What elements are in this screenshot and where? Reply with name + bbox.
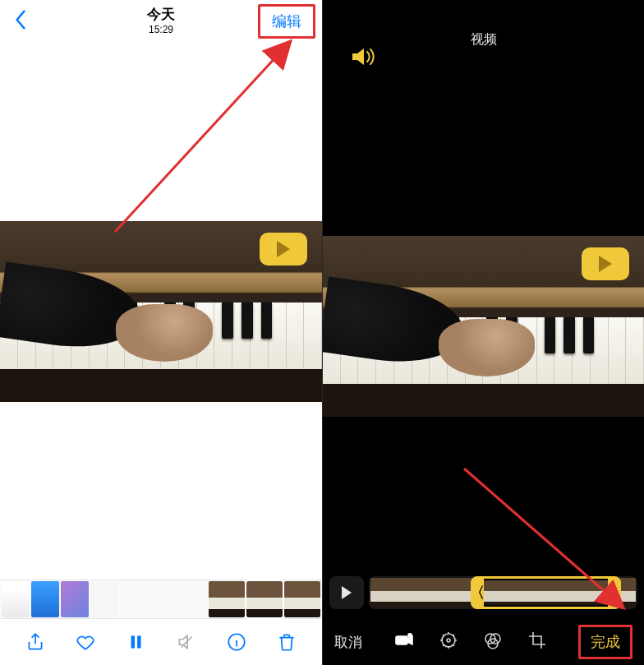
mute-icon[interactable] <box>175 630 198 653</box>
svg-rect-4 <box>396 636 407 644</box>
heart-icon[interactable] <box>74 630 97 653</box>
header-title-group: 今天 15:29 <box>147 5 175 35</box>
thumbnail-item[interactable] <box>31 581 59 617</box>
pause-icon[interactable] <box>124 630 147 653</box>
left-header: 今天 15:29 编辑 <box>0 0 322 43</box>
filters-icon[interactable] <box>483 630 503 653</box>
thumbnail-item[interactable] <box>209 581 245 617</box>
svg-rect-0 <box>131 635 135 648</box>
video-thumbnail-image <box>0 221 322 402</box>
thumbnail-item[interactable] <box>61 581 89 617</box>
video-play-badge-icon <box>582 247 629 280</box>
right-header-title: 视频 <box>471 31 497 48</box>
video-preview-edit[interactable] <box>323 236 644 417</box>
trim-timeline[interactable] <box>369 576 637 609</box>
volume-icon[interactable] <box>351 46 375 71</box>
svg-point-7 <box>447 639 450 642</box>
video-play-badge-icon <box>260 233 307 266</box>
done-button[interactable]: 完成 <box>578 625 632 659</box>
edit-button[interactable]: 编辑 <box>258 4 315 39</box>
trim-selection-handles[interactable] <box>471 576 621 609</box>
header-subtitle: 15:29 <box>147 24 175 35</box>
back-chevron-icon[interactable] <box>7 10 34 34</box>
play-button[interactable] <box>329 576 364 609</box>
thumbnail-item-current[interactable] <box>246 581 283 617</box>
timeline-row <box>329 573 637 612</box>
video-edit-screen: 视频 取消 <box>322 0 644 665</box>
video-thumbnail-image <box>323 236 644 417</box>
edit-mode-icons <box>394 630 547 653</box>
cancel-button[interactable]: 取消 <box>334 633 362 652</box>
thumbnail-item[interactable] <box>284 581 320 617</box>
svg-point-5 <box>407 634 411 637</box>
thumbnail-strip[interactable] <box>0 580 322 619</box>
svg-rect-1 <box>137 635 140 648</box>
share-icon[interactable] <box>24 630 47 653</box>
video-mode-icon[interactable] <box>394 630 414 653</box>
right-toolbar: 取消 完成 <box>323 619 644 665</box>
header-title: 今天 <box>147 5 175 24</box>
trash-icon[interactable] <box>275 630 298 653</box>
video-preview[interactable] <box>0 221 322 402</box>
right-content <box>323 79 644 573</box>
crop-icon[interactable] <box>527 630 547 653</box>
left-toolbar <box>0 619 322 665</box>
right-header: 视频 <box>323 0 644 79</box>
left-content <box>0 43 322 580</box>
thumbnail-item[interactable] <box>90 581 118 617</box>
info-icon[interactable] <box>225 630 248 653</box>
adjust-dial-icon[interactable] <box>439 630 458 653</box>
hand-silhouette <box>116 304 213 362</box>
photos-preview-screen: 今天 15:29 编辑 <box>0 0 322 665</box>
thumbnail-item[interactable] <box>2 581 30 617</box>
